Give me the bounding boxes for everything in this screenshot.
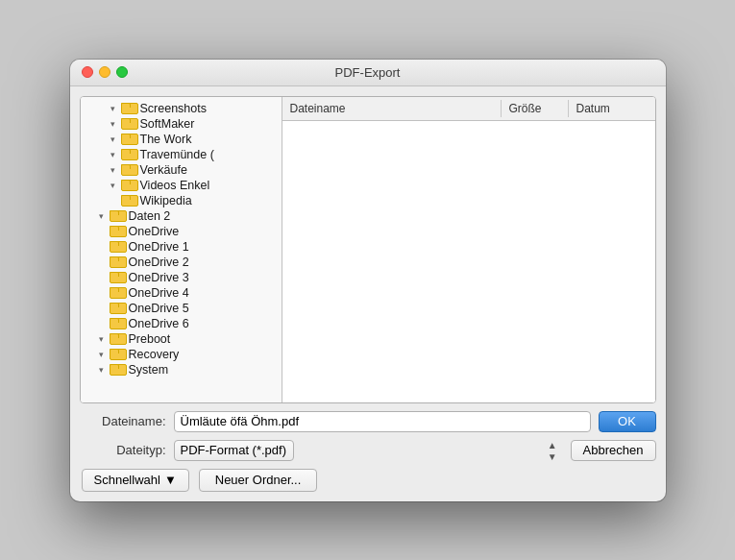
neuer-ordner-button[interactable]: Neuer Ordner... [199,469,318,492]
dialog-content: ▾Screenshots▾SoftMaker▾The Work▾Travemün… [70,86,666,501]
expand-icon[interactable]: ▾ [108,180,119,191]
tree-item-label: Verkäufe [140,163,187,177]
maximize-button[interactable] [116,66,128,78]
window-controls [82,66,128,78]
expand-icon[interactable] [96,256,108,268]
folder-icon [110,303,125,314]
pdf-export-dialog: PDF-Export ▾Screenshots▾SoftMaker▾The Wo… [70,60,666,501]
filetype-row: Dateityp: PDF-Format (*.pdf) ▲ ▼ Abbrech… [80,440,656,461]
tree-item[interactable]: ▾Screenshots [81,101,282,116]
expand-icon[interactable] [96,287,108,299]
tree-item-label: Travemünde ( [140,148,214,161]
col-filename: Dateiname [282,100,502,117]
tree-item[interactable]: ▾Recovery [81,347,282,362]
tree-item[interactable]: OneDrive 4 [81,285,282,301]
filename-row: Dateiname: OK [80,411,656,432]
expand-icon[interactable]: ▾ [108,164,119,176]
tree-item-label: OneDrive 3 [129,271,189,284]
folder-icon [110,256,125,268]
tree-item-label: OneDrive 2 [129,256,189,269]
tree-item-label: Preboot [129,332,171,346]
tree-item-label: SoftMaker [140,117,195,131]
tree-item-label: Wikipedia [140,194,192,207]
folder-icon [121,103,136,114]
filename-label: Dateiname: [80,414,166,428]
tree-item[interactable]: OneDrive [81,224,282,239]
tree-item-label: OneDrive 1 [129,240,189,254]
filename-input[interactable] [174,411,591,432]
tree-item[interactable]: OneDrive 1 [81,239,282,255]
tree-item[interactable]: Wikipedia [81,193,282,208]
tree-item[interactable]: ▾Verkäufe [81,162,282,178]
expand-icon[interactable] [96,303,108,314]
tree-item-label: OneDrive 5 [129,302,189,315]
tree-item[interactable]: OneDrive 3 [81,270,282,285]
folder-icon [121,149,136,160]
folder-icon [110,349,125,360]
folder-icon [110,226,125,237]
expand-icon[interactable] [96,272,108,283]
folder-icon [121,134,136,145]
expand-icon[interactable]: ▾ [108,149,119,160]
close-button[interactable] [82,66,93,78]
filetype-select-wrapper: PDF-Format (*.pdf) ▲ ▼ [174,440,563,461]
tree-item[interactable]: OneDrive 2 [81,255,282,270]
minimize-button[interactable] [99,66,110,78]
tree-item[interactable]: ▾Videos Enkel [81,178,282,193]
tree-item-label: OneDrive 4 [129,286,189,300]
folder-icon [121,118,136,130]
col-date: Datum [569,100,655,117]
bottom-row: Schnellwahl ▼ Neuer Ordner... [80,469,656,492]
expand-icon[interactable]: ▾ [108,118,119,130]
tree-item[interactable]: ▾Travemünde ( [81,147,282,162]
tree-item-label: Videos Enkel [140,179,210,192]
select-arrow-icon: ▲ ▼ [548,439,557,461]
expand-icon[interactable]: ▾ [108,134,119,145]
tree-item-label: OneDrive 6 [129,317,189,330]
tree-item[interactable]: ▾Preboot [81,331,282,347]
expand-icon[interactable]: ▾ [96,349,108,360]
expand-icon[interactable]: ▾ [96,364,108,376]
schnellwahl-button[interactable]: Schnellwahl ▼ [82,469,189,492]
file-panel: Dateiname Größe Datum [282,97,655,402]
cancel-button[interactable]: Abbrechen [571,440,656,461]
col-size: Größe [502,100,569,117]
filetype-label: Dateityp: [80,443,166,457]
tree-item[interactable]: ▾Daten 2 [81,208,282,224]
expand-icon[interactable]: ▾ [96,210,108,222]
folder-icon [110,364,125,376]
main-area: ▾Screenshots▾SoftMaker▾The Work▾Travemün… [80,96,656,403]
expand-icon[interactable]: ▾ [108,103,119,114]
folder-icon [121,180,136,191]
dialog-title: PDF-Export [335,65,401,80]
folder-icon [110,241,125,253]
folder-icon [110,318,125,329]
tree-item[interactable]: OneDrive 6 [81,316,282,331]
tree-item-label: System [129,363,169,377]
file-header: Dateiname Größe Datum [282,97,655,121]
tree-item-label: Screenshots [140,102,207,115]
tree-item-label: The Work [140,133,192,146]
tree-item-label: Recovery [129,348,180,361]
tree-item[interactable]: ▾SoftMaker [81,116,282,132]
folder-icon [110,210,125,222]
folder-icon [110,333,125,345]
folder-tree[interactable]: ▾Screenshots▾SoftMaker▾The Work▾Travemün… [81,97,282,402]
expand-icon[interactable] [96,241,108,253]
folder-icon [110,287,125,299]
expand-icon[interactable]: ▾ [96,333,108,345]
expand-icon[interactable] [108,195,119,207]
ok-button[interactable]: OK [599,411,656,432]
file-list [282,121,655,402]
folder-icon [121,164,136,176]
schnellwahl-arrow-icon: ▼ [164,473,177,487]
folder-icon [110,272,125,283]
titlebar: PDF-Export [70,60,666,86]
expand-icon[interactable] [96,318,108,329]
tree-item[interactable]: ▾The Work [81,132,282,147]
folder-icon [121,195,136,207]
expand-icon[interactable] [96,226,108,237]
filetype-select[interactable]: PDF-Format (*.pdf) [174,440,294,461]
tree-item[interactable]: OneDrive 5 [81,301,282,316]
tree-item[interactable]: ▾System [81,362,282,377]
